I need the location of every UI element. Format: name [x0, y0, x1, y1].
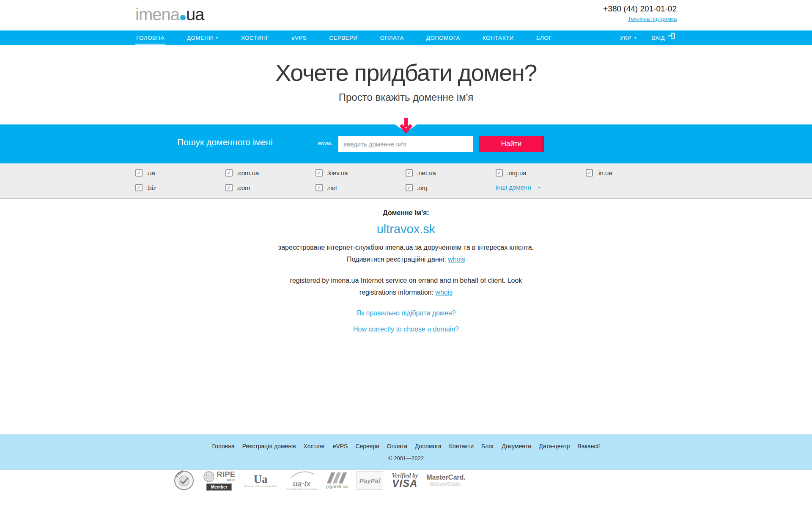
check-icon: ✓	[407, 185, 411, 190]
check-icon: ✓	[407, 170, 411, 175]
footer-link-contacts[interactable]: Контакти	[449, 443, 474, 450]
imena-logo[interactable]: imenaua	[135, 5, 204, 24]
chevron-down-icon: ▼	[634, 30, 637, 45]
other-domains-link[interactable]: інші домени	[496, 184, 531, 191]
logo-dot-icon	[180, 15, 186, 20]
check-icon: ✓	[227, 170, 231, 175]
tld-option-biz: ✓ .biz	[135, 184, 225, 191]
verified-by-visa-logo: Verified by VISA	[392, 473, 418, 488]
tld-option-ua: ✓ .ua	[135, 169, 225, 177]
tld-checkbox-org[interactable]: ✓	[406, 184, 413, 191]
search-section-label: Пошук доменного імені	[177, 137, 273, 147]
footer-link-help[interactable]: Допомога	[415, 443, 442, 450]
tld-checkbox-com-ua[interactable]: ✓	[225, 169, 233, 177]
icann-logo: ICANN	[173, 470, 195, 491]
nav-item-evps[interactable]: eVPS	[291, 30, 307, 45]
tld-checkbox-biz[interactable]: ✓	[135, 184, 143, 191]
copyright: © 2001—2022	[0, 455, 812, 461]
tld-checkbox-in-ua[interactable]: ✓	[586, 169, 593, 177]
domain-name-value: ultravox.sk	[0, 222, 812, 236]
registered-text-en: registered by imena.ua Internet service …	[0, 275, 812, 298]
tld-option-net: ✓ .net	[315, 184, 406, 191]
footer-link-servers[interactable]: Сервери	[355, 443, 379, 450]
globe-icon	[203, 471, 215, 483]
footer-link-domain-registration[interactable]: Реєстрація доменів	[242, 443, 296, 450]
whois-link-uk[interactable]: whois	[448, 256, 465, 263]
site-header: imenaua +380 (44) 201-01-02 Технічна під…	[0, 0, 812, 30]
domain-search-input[interactable]	[338, 136, 473, 152]
nav-item-blog[interactable]: БЛОГ	[535, 30, 553, 45]
nav-item-payment[interactable]: ОПЛАТА	[379, 30, 405, 45]
ripe-ncc-logo: RIPE NCC Member	[203, 471, 235, 491]
footer-link-payment[interactable]: Оплата	[387, 443, 407, 450]
partner-logos: ICANN RIPE NCC Member Ua ukrainian inter…	[173, 470, 466, 491]
check-icon: ✓	[137, 170, 141, 175]
phone-number: +380 (44) 201-01-02	[603, 4, 677, 14]
hero-section: Хочете придбати домен? Просто вкажіть до…	[0, 45, 812, 124]
tld-filter-band: ✓ .ua ✓ .com.ua ✓ .kiev.ua ✓ .net.ua ✓ .…	[0, 163, 812, 199]
www-prefix-label: www.	[318, 139, 333, 146]
check-icon: ✓	[317, 185, 321, 190]
site-footer: Головна Реєстрація доменів Хостинг eVPS …	[0, 434, 812, 470]
check-icon: ✓	[137, 185, 141, 190]
giganet-logo: giganet.ua	[326, 472, 348, 489]
tld-option-com-ua: ✓ .com.ua	[225, 169, 315, 177]
login-icon	[668, 30, 676, 45]
page-title: Хочете придбати домен?	[0, 45, 812, 86]
check-icon: ✓	[497, 170, 501, 175]
footer-link-hosting[interactable]: Хостинг	[304, 443, 325, 450]
ua-ix-logo: ua·ix ukrainian internet exchange	[286, 471, 318, 490]
registered-text-uk: зареєстроване інтернет-службою imena.ua …	[0, 242, 812, 265]
domain-search-band: Пошук доменного імені www. Найти	[0, 124, 812, 163]
check-icon: ✓	[587, 170, 591, 175]
tld-checkbox-org-ua[interactable]: ✓	[496, 169, 503, 177]
tld-option-com: ✓ .com	[225, 184, 315, 191]
tld-checkbox-kiev-ua[interactable]: ✓	[315, 169, 323, 177]
login-button[interactable]: ВХІД	[650, 30, 677, 45]
nav-item-contacts[interactable]: КОНТАКТИ	[482, 30, 515, 45]
mastercard-securecode-logo: MasterCard. SecureCode.	[426, 474, 465, 487]
search-button[interactable]: Найти	[479, 136, 544, 152]
other-domains-cell: інші домени ▼	[496, 184, 586, 191]
check-icon: ✓	[317, 170, 321, 175]
footer-link-blog[interactable]: Блог	[481, 443, 494, 450]
choose-domain-link-uk[interactable]: Як правильно підібрати домен?	[356, 309, 455, 317]
whois-link-en[interactable]: whois	[435, 289, 453, 296]
tld-checkbox-com[interactable]: ✓	[225, 184, 233, 191]
tld-checkbox-net-ua[interactable]: ✓	[406, 169, 413, 177]
footer-links: Головна Реєстрація доменів Хостинг eVPS …	[0, 434, 812, 450]
nav-item-help[interactable]: ДОПОМОГА	[425, 30, 461, 45]
footer-link-documents[interactable]: Документи	[502, 443, 531, 450]
logo-text-imena: imena	[135, 5, 179, 24]
choose-domain-link-en[interactable]: How correctly to choose a domain?	[353, 326, 459, 333]
tld-option-in-ua: ✓ .in.ua	[586, 169, 676, 177]
nav-item-home[interactable]: ГОЛОВНА	[135, 30, 165, 45]
domain-name-label: Доменне ім'я:	[0, 199, 812, 217]
ua-association-logo: Ua ukrainian internet association	[244, 474, 277, 487]
check-icon: ✓	[227, 185, 231, 190]
footer-link-datacenter[interactable]: Дата-центр	[539, 443, 570, 450]
tld-option-kiev-ua: ✓ .kiev.ua	[315, 169, 406, 177]
tld-checkbox-ua[interactable]: ✓	[135, 169, 143, 177]
logo-text-ua: ua	[186, 5, 204, 24]
domain-info-section: Доменне ім'я: ultravox.sk зареєстроване …	[0, 199, 812, 333]
nav-item-hosting[interactable]: ХОСТИНГ	[240, 30, 270, 45]
tech-support-link[interactable]: Технічна підтримка	[628, 16, 677, 22]
tld-option-net-ua: ✓ .net.ua	[406, 169, 496, 177]
footer-link-vacancies[interactable]: Вакансії	[577, 443, 600, 450]
nav-item-domains[interactable]: ДОМЕНИ▼	[186, 30, 219, 45]
chevron-down-icon: ▼	[216, 36, 219, 39]
tld-option-org-ua: ✓ .org.ua	[496, 169, 586, 177]
footer-link-home[interactable]: Головна	[212, 443, 234, 450]
nav-item-servers[interactable]: СЕРВЕРИ	[328, 30, 358, 45]
down-arrow-icon	[399, 118, 413, 138]
tld-checkbox-net[interactable]: ✓	[315, 184, 323, 191]
language-selector[interactable]: УКР▼	[619, 30, 638, 45]
tld-option-org: ✓ .org	[406, 184, 496, 191]
paypal-logo: PayPal	[356, 471, 383, 490]
main-nav: ГОЛОВНА ДОМЕНИ▼ ХОСТИНГ eVPS СЕРВЕРИ ОПЛ…	[0, 30, 812, 45]
footer-link-evps[interactable]: eVPS	[333, 443, 348, 450]
chevron-down-icon: ▼	[538, 186, 541, 190]
page-subtitle: Просто вкажіть доменне ім'я	[0, 91, 812, 103]
